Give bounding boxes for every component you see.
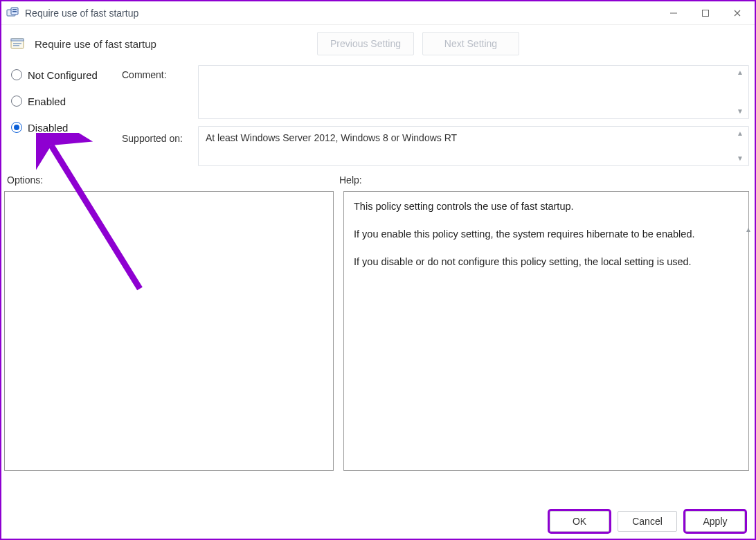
scroll-down-icon[interactable]: ▼ (735, 153, 746, 164)
maximize-button[interactable] (690, 2, 721, 24)
help-text-line: If you enable this policy setting, the s… (354, 226, 739, 242)
svg-rect-3 (12, 11, 17, 12)
apply-button[interactable]: Apply (685, 511, 745, 532)
comment-textarea[interactable]: ▲ ▼ (198, 65, 749, 119)
supported-on-label: Supported on: (122, 130, 198, 147)
policy-icon (6, 6, 19, 20)
scroll-up-icon[interactable]: ▲ (735, 128, 746, 139)
help-text-line: This policy setting controls the use of … (354, 199, 739, 214)
scroll-up-icon[interactable]: ▲ (735, 67, 746, 78)
close-button[interactable] (721, 2, 753, 24)
scroll-down-icon[interactable]: ▼ (735, 106, 746, 117)
help-panel[interactable]: This policy setting controls the use of … (343, 191, 749, 471)
radio-disabled[interactable]: Disabled (11, 119, 122, 136)
previous-setting-button[interactable]: Previous Setting (317, 32, 414, 55)
svg-rect-7 (11, 39, 24, 41)
next-setting-button[interactable]: Next Setting (422, 32, 519, 55)
ok-button[interactable]: OK (550, 511, 609, 532)
options-panel (4, 191, 334, 471)
help-section-label: Help: (339, 174, 362, 186)
radio-label: Enabled (28, 96, 66, 107)
svg-rect-4 (670, 12, 677, 13)
cancel-button[interactable]: Cancel (618, 511, 677, 532)
svg-rect-2 (12, 9, 17, 10)
supported-on-box: At least Windows Server 2012, Windows 8 … (198, 126, 749, 166)
radio-not-configured[interactable]: Not Configured (11, 66, 122, 83)
svg-rect-5 (703, 10, 709, 16)
minimize-button[interactable] (658, 2, 690, 24)
scroll-up-icon[interactable]: ▲ (745, 226, 752, 233)
options-section-label: Options: (7, 174, 339, 186)
radio-label: Disabled (28, 122, 68, 134)
titlebar: Require use of fast startup (1, 1, 755, 25)
setting-title: Require use of fast startup (35, 38, 156, 50)
policy-editor-window: Require use of fast startup Require use … (0, 0, 756, 540)
radio-dot-icon (11, 96, 22, 107)
header-row: Require use of fast startup Previous Set… (1, 25, 755, 62)
radio-enabled[interactable]: Enabled (11, 93, 122, 109)
comment-label: Comment: (122, 66, 198, 83)
radio-label: Not Configured (28, 69, 98, 81)
svg-rect-9 (13, 45, 19, 46)
dialog-footer: OK Cancel Apply (550, 511, 745, 532)
radio-dot-selected-icon (11, 122, 22, 133)
help-text-line: If you disable or do not configure this … (354, 254, 739, 269)
svg-rect-8 (13, 43, 21, 44)
state-and-comment-area: Not Configured Enabled Disabled Comment:… (1, 62, 755, 166)
window-title: Require use of fast startup (25, 8, 138, 19)
radio-dot-icon (11, 69, 22, 80)
supported-on-text: At least Windows Server 2012, Windows 8 … (206, 132, 457, 143)
setting-icon (10, 36, 25, 51)
